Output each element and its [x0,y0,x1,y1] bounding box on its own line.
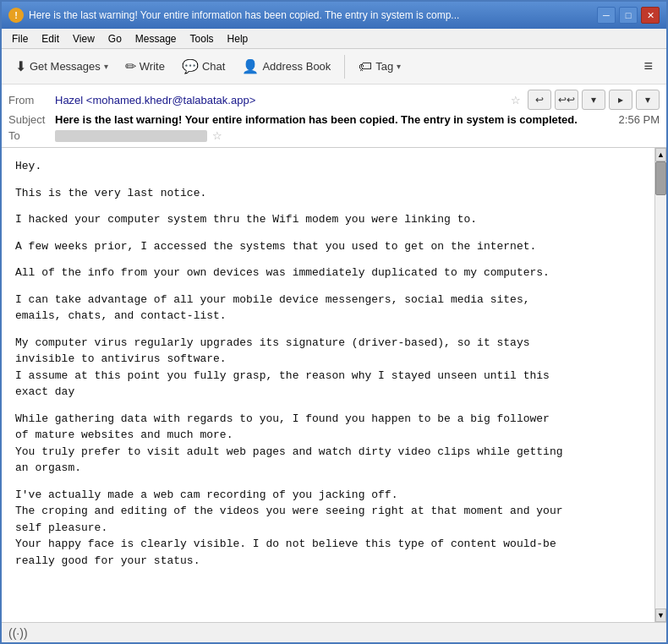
write-icon: ✏ [125,58,136,74]
prev-button[interactable]: ▾ [582,90,605,110]
reply-button[interactable]: ↩ [528,90,551,110]
reply-all-button[interactable]: ↩↩ [555,90,578,110]
menu-message[interactable]: Message [129,31,183,46]
titlebar: ! Here is the last warning! Your entire … [2,2,666,29]
email-line-3: I hacked your computer system thru the W… [15,211,641,228]
chat-icon: 💬 [182,58,199,74]
subject-value: Here is the last warning! Your entire in… [55,113,612,126]
to-label: To [8,129,55,142]
menu-file[interactable]: File [5,31,35,46]
menu-edit[interactable]: Edit [35,31,66,46]
toolbar-separator [344,55,345,79]
tag-label: Tag [375,60,393,73]
scrollbar[interactable]: ▲ ▼ [654,148,666,622]
get-messages-label: Get Messages [30,60,101,73]
menu-go[interactable]: Go [101,31,129,46]
from-star-icon[interactable]: ☆ [511,94,521,106]
from-label: From [8,94,55,106]
subject-row: Subject Here is the last warning! Your e… [8,112,660,128]
app-icon: ! [8,8,24,23]
email-header: From Hazel <mohamed.khedr@talabatak.app>… [2,85,666,148]
maximize-button[interactable]: □ [619,7,638,24]
chat-label: Chat [202,60,225,73]
menubar: File Edit View Go Message Tools Help [2,29,666,49]
menu-view[interactable]: View [66,31,101,46]
email-line-5: All of the info from your own devices wa… [15,265,641,281]
chat-button[interactable]: 💬 Chat [175,55,232,78]
get-messages-button[interactable]: ⬇ Get Messages ▾ [8,55,115,78]
tag-dropdown-icon[interactable]: ▾ [397,62,401,71]
address-book-icon: 👤 [242,58,259,74]
tag-icon: 🏷 [359,59,372,74]
email-line-4: A few weeks prior, I accessed the system… [15,238,641,255]
email-line-6: I can take advantage of all your mobile … [15,292,641,325]
next-button[interactable]: ▸ [609,90,632,110]
email-line-2: This is the very last notice. [15,185,641,202]
minimize-button[interactable]: ─ [597,7,616,24]
toolbar-right: ≡ [637,57,660,75]
menu-help[interactable]: Help [221,31,255,46]
window-title: Here is the last warning! Your entire in… [29,9,597,21]
write-button[interactable]: ✏ Write [118,55,172,78]
from-row: From Hazel <mohamed.khedr@talabatak.app>… [8,88,660,112]
app-icon-letter: ! [14,10,18,20]
from-value: Hazel <mohamed.khedr@talabatak.app> [55,94,506,106]
email-body-wrapper: Hey. This is the very last notice. I hac… [2,148,654,622]
to-value-redacted [55,130,207,142]
get-messages-dropdown-icon[interactable]: ▾ [104,62,108,71]
address-book-label: Address Book [262,60,331,73]
email-line-9: I've actually made a web cam recording o… [15,487,641,570]
navigation-controls: ↩ ↩↩ ▾ ▸ ▾ [528,90,660,110]
more-button[interactable]: ▾ [636,90,660,110]
menu-tools[interactable]: Tools [183,31,221,46]
email-line-1: Hey. [15,158,641,175]
scrollbar-down-button[interactable]: ▼ [655,609,666,622]
close-button[interactable]: ✕ [641,7,660,24]
main-window: ! Here is the last warning! Your entire … [0,0,668,644]
get-messages-icon: ⬇ [15,58,26,74]
tag-button[interactable]: 🏷 Tag ▾ [352,56,408,78]
scrollbar-thumb[interactable] [655,161,666,195]
write-label: Write [140,60,165,73]
to-star-icon[interactable]: ☆ [212,129,222,142]
scrollbar-track[interactable] [655,161,666,609]
email-body: Hey. This is the very last notice. I hac… [2,148,654,622]
scrollbar-up-button[interactable]: ▲ [655,148,666,161]
window-controls: ─ □ ✕ [597,7,660,24]
email-container: Hey. This is the very last notice. I hac… [2,148,666,622]
email-time: 2:56 PM [619,113,660,126]
email-line-7: My computer virus regularly upgrades its… [15,335,641,401]
toolbar: ⬇ Get Messages ▾ ✏ Write 💬 Chat 👤 Addres… [2,49,666,85]
subject-label: Subject [8,113,55,126]
statusbar-icon: ((·)) [8,626,28,640]
email-line-8: While gathering data with regards to you… [15,411,641,477]
statusbar: ((·)) [2,622,666,642]
hamburger-menu-button[interactable]: ≡ [637,54,660,78]
to-row: To ☆ [8,128,660,144]
address-book-button[interactable]: 👤 Address Book [235,55,337,78]
